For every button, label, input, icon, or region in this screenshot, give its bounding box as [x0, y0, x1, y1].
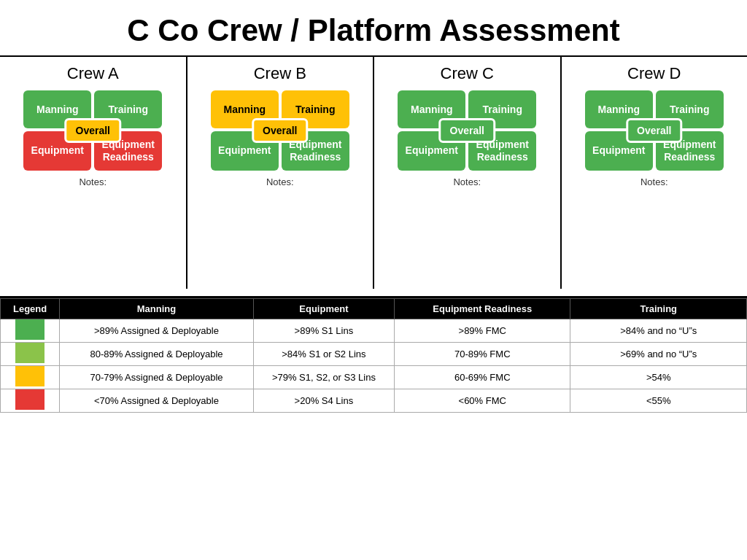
legend-manning-1: 80-89% Assigned & Deployable [60, 343, 254, 366]
legend-header-manning: Manning [60, 299, 254, 319]
legend-training-3: <55% [570, 389, 747, 413]
legend-training-1: >69% and no “U”s [570, 343, 747, 366]
crew-d-grid: Manning Training Equipment Equipment Rea… [585, 90, 724, 171]
crew-b-notes: Notes: [266, 176, 294, 187]
crew-b-grid: Manning Training Equipment Equipment Rea… [211, 90, 349, 171]
crew-a-notes: Notes: [79, 176, 107, 187]
legend-row-0: >89% Assigned & Deployable >89% S1 Lins … [1, 319, 747, 343]
legend-training-0: >84% and no “U”s [570, 319, 747, 343]
legend-equipment-3: >20% S4 Lins [253, 389, 394, 413]
legend-table: Legend Manning Equipment Equipment Readi… [0, 298, 747, 413]
legend-color-light-green [1, 343, 60, 366]
crew-d-notes: Notes: [640, 176, 668, 187]
legend-equipment-0: >89% S1 Lins [253, 319, 394, 343]
legend-equipment-1: >84% S1 or S2 Lins [253, 343, 394, 366]
crew-d-overall: Overall [626, 118, 682, 143]
crew-a-grid: Manning Training Equipment Equipment Rea… [23, 90, 162, 171]
legend-manning-2: 70-79% Assigned & Deployable [60, 366, 254, 389]
crew-c-label: Crew C [441, 64, 494, 83]
crew-c-overall: Overall [439, 118, 495, 143]
crews-section: Crew A Manning Training Equipment Equipm… [0, 55, 747, 289]
page-title: C Co Crew / Platform Assessment [0, 0, 747, 55]
legend-readiness-1: 70-89% FMC [395, 343, 570, 366]
legend-section: Legend Manning Equipment Equipment Readi… [0, 296, 747, 413]
legend-row-2: 70-79% Assigned & Deployable >79% S1, S2… [1, 366, 747, 389]
crew-d-column: Crew D Manning Training Equipment Equipm… [562, 57, 748, 289]
legend-header-equipment: Equipment [253, 299, 394, 319]
crew-c-column: Crew C Manning Training Equipment Equipm… [374, 57, 562, 289]
legend-color-yellow [1, 366, 60, 389]
legend-manning-0: >89% Assigned & Deployable [60, 319, 254, 343]
crew-b-column: Crew B Manning Training Equipment Equipm… [187, 57, 375, 289]
legend-readiness-2: 60-69% FMC [395, 366, 570, 389]
crew-b-label: Crew B [254, 64, 306, 83]
legend-header-training: Training [570, 299, 747, 319]
legend-equipment-2: >79% S1, S2, or S3 Lins [253, 366, 394, 389]
crew-b-overall: Overall [252, 118, 308, 143]
crew-a-label: Crew A [67, 64, 119, 83]
legend-row-3: <70% Assigned & Deployable >20% S4 Lins … [1, 389, 747, 413]
legend-header-readiness: Equipment Readiness [395, 299, 570, 319]
legend-training-2: >54% [570, 366, 747, 389]
crew-a-overall: Overall [65, 118, 121, 143]
crew-d-label: Crew D [627, 64, 681, 83]
legend-manning-3: <70% Assigned & Deployable [60, 389, 254, 413]
legend-row-1: 80-89% Assigned & Deployable >84% S1 or … [1, 343, 747, 366]
legend-color-green [1, 319, 60, 343]
legend-readiness-0: >89% FMC [395, 319, 570, 343]
crew-c-notes: Notes: [453, 176, 481, 187]
legend-header-legend: Legend [1, 299, 60, 319]
legend-readiness-3: <60% FMC [395, 389, 570, 413]
crew-c-grid: Manning Training Equipment Equipment Rea… [398, 90, 536, 171]
legend-color-red [1, 389, 60, 413]
crew-a-column: Crew A Manning Training Equipment Equipm… [0, 57, 187, 289]
